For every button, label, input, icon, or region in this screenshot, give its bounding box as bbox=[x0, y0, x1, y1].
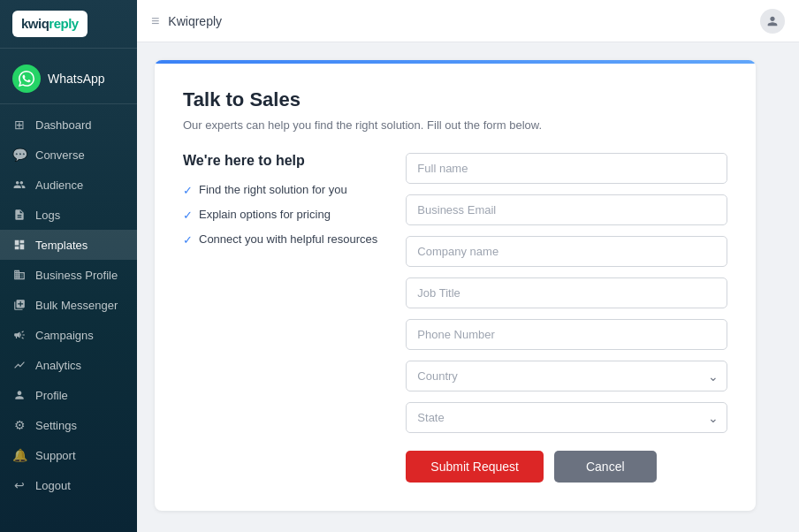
submit-button[interactable]: Submit Request bbox=[406, 451, 544, 483]
campaigns-icon bbox=[12, 328, 27, 342]
sidebar-item-label: Logs bbox=[35, 209, 60, 222]
sidebar-item-campaigns[interactable]: Campaigns bbox=[0, 320, 137, 350]
form-actions: Submit Request Cancel bbox=[406, 451, 727, 483]
nav-list: ⊞ Dashboard 💬 Converse Audience Logs Tem… bbox=[0, 110, 137, 500]
support-icon: 🔔 bbox=[12, 448, 27, 462]
form-area: Country State Submit Request Cancel bbox=[406, 153, 727, 483]
card-title: Talk to Sales bbox=[183, 88, 727, 111]
sidebar-item-audience[interactable]: Audience bbox=[0, 170, 137, 200]
check-icon-1: ✓ bbox=[183, 184, 193, 197]
sidebar-item-label: Converse bbox=[35, 148, 85, 162]
sidebar-item-label: Analytics bbox=[35, 359, 81, 372]
sidebar-item-label: Settings bbox=[35, 419, 77, 432]
job-title-group bbox=[406, 277, 727, 308]
main-content: ≡ Kwiqreply Talk to Sales Our experts ca… bbox=[137, 0, 799, 532]
logout-icon: ↩ bbox=[12, 478, 27, 492]
sidebar-item-label: Support bbox=[35, 449, 76, 462]
profile-icon bbox=[12, 388, 27, 402]
topbar: ≡ Kwiqreply bbox=[137, 0, 799, 42]
whatsapp-label: WhatsApp bbox=[48, 72, 105, 86]
converse-icon: 💬 bbox=[12, 148, 27, 162]
job-title-input[interactable] bbox=[406, 277, 727, 308]
topbar-left: ≡ Kwiqreply bbox=[151, 13, 222, 29]
card-inner: We're here to help ✓ Find the right solu… bbox=[183, 153, 727, 483]
sidebar-item-label: Campaigns bbox=[35, 329, 94, 342]
card-left-title: We're here to help bbox=[183, 153, 377, 169]
phone-group bbox=[406, 319, 727, 350]
sidebar-item-templates[interactable]: Templates bbox=[0, 230, 137, 260]
sidebar-item-logout[interactable]: ↩ Logout bbox=[0, 470, 137, 500]
menu-icon[interactable]: ≡ bbox=[151, 13, 159, 29]
state-group: State bbox=[406, 402, 727, 433]
feature-item-2: ✓ Explain options for pricing bbox=[183, 208, 377, 222]
sidebar-item-label: Audience bbox=[35, 179, 83, 192]
card-subtitle: Our experts can help you find the right … bbox=[183, 118, 727, 132]
sidebar-item-converse[interactable]: 💬 Converse bbox=[0, 140, 137, 170]
email-input[interactable] bbox=[406, 194, 727, 225]
phone-input[interactable] bbox=[406, 319, 727, 350]
audience-icon bbox=[12, 178, 27, 192]
sidebar-item-label: Logout bbox=[35, 479, 71, 492]
check-icon-3: ✓ bbox=[183, 233, 193, 247]
card-left: We're here to help ✓ Find the right solu… bbox=[183, 153, 377, 483]
talk-to-sales-card: Talk to Sales Our experts can help you f… bbox=[155, 60, 756, 511]
card-body: Talk to Sales Our experts can help you f… bbox=[155, 64, 756, 511]
feature-item-3: ✓ Connect you with helpful resources bbox=[183, 232, 377, 247]
logo-area: kwiqreply bbox=[0, 0, 137, 49]
country-group: Country bbox=[406, 361, 727, 391]
templates-icon bbox=[12, 238, 27, 252]
full-name-group bbox=[406, 153, 727, 184]
sidebar-item-label: Business Profile bbox=[35, 269, 118, 282]
sidebar-item-logs[interactable]: Logs bbox=[0, 200, 137, 230]
settings-icon: ⚙ bbox=[12, 418, 27, 432]
sidebar-item-settings[interactable]: ⚙ Settings bbox=[0, 410, 137, 440]
sidebar-item-profile[interactable]: Profile bbox=[0, 380, 137, 410]
business-profile-icon bbox=[12, 268, 27, 282]
sidebar-item-dashboard[interactable]: ⊞ Dashboard bbox=[0, 110, 137, 140]
sidebar-item-label: Profile bbox=[35, 389, 68, 402]
check-icon-2: ✓ bbox=[183, 209, 193, 222]
sidebar-item-bulk-messenger[interactable]: Bulk Messenger bbox=[0, 290, 137, 320]
email-group bbox=[406, 194, 727, 225]
content-area: Talk to Sales Our experts can help you f… bbox=[137, 42, 799, 532]
logo: kwiqreply bbox=[12, 11, 88, 37]
sidebar-item-label: Dashboard bbox=[35, 118, 92, 132]
whatsapp-icon bbox=[12, 65, 41, 93]
avatar[interactable] bbox=[760, 9, 785, 34]
sidebar-item-business-profile[interactable]: Business Profile bbox=[0, 260, 137, 290]
analytics-icon bbox=[12, 358, 27, 372]
bulk-messenger-icon bbox=[12, 298, 27, 312]
logo-text: kwiqreply bbox=[21, 16, 79, 31]
dashboard-icon: ⊞ bbox=[12, 118, 27, 132]
state-select[interactable]: State bbox=[406, 402, 727, 433]
company-input[interactable] bbox=[406, 236, 727, 267]
sidebar-item-label: Templates bbox=[35, 239, 88, 252]
sidebar-item-support[interactable]: 🔔 Support bbox=[0, 440, 137, 470]
company-group bbox=[406, 236, 727, 267]
whatsapp-section[interactable]: WhatsApp bbox=[0, 56, 137, 104]
feature-item-1: ✓ Find the right solution for you bbox=[183, 183, 377, 197]
full-name-input[interactable] bbox=[406, 153, 727, 184]
sidebar: kwiqreply WhatsApp ⊞ Dashboard 💬 Convers… bbox=[0, 0, 137, 532]
logs-icon bbox=[12, 208, 27, 222]
country-select[interactable]: Country bbox=[406, 361, 727, 391]
sidebar-item-analytics[interactable]: Analytics bbox=[0, 350, 137, 380]
sidebar-item-label: Bulk Messenger bbox=[35, 299, 118, 312]
cancel-button[interactable]: Cancel bbox=[554, 451, 657, 483]
topbar-title: Kwiqreply bbox=[168, 14, 222, 28]
